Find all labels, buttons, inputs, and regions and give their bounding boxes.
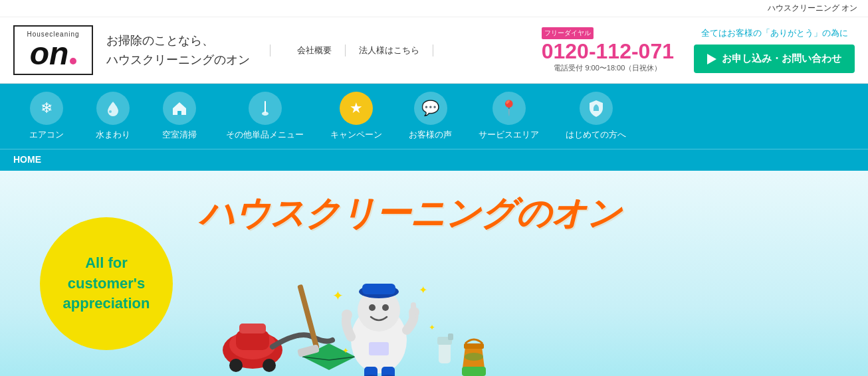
phone-hours: 電話受付 9:00〜18:00（日祝休） (542, 63, 674, 73)
svg-point-15 (369, 304, 376, 311)
nav-item-water-label: 水まわり (96, 129, 130, 141)
svg-rect-21 (411, 302, 416, 316)
logo-dot (70, 58, 76, 64)
tagline-line2: ハウスクリーニングのオン (106, 50, 250, 70)
cta-button[interactable]: お申し込み・お問い合わせ (694, 45, 855, 73)
svg-point-3 (262, 112, 269, 116)
header: Housecleaning on お掃除のことなら、 ハウスクリーニングのオン … (0, 17, 868, 84)
phone-top: フリーダイヤル (542, 27, 674, 39)
svg-rect-9 (239, 324, 266, 333)
nav-link-corporate[interactable]: 法人様はこちら (346, 45, 433, 56)
svg-text:✦: ✦ (419, 284, 427, 296)
tagline-line1: お掃除のことなら、 (106, 31, 250, 50)
nav-item-vacancy-label: 空室清掃 (162, 129, 197, 141)
svg-point-37 (465, 353, 483, 361)
nav-bar: ❄ エアコン 水まわり 空室清掃 その他単品メニュー ★ (0, 84, 868, 149)
svg-point-16 (382, 304, 389, 311)
svg-rect-22 (364, 367, 378, 376)
nav-item-aircon-label: エアコン (29, 129, 64, 141)
svg-rect-31 (297, 284, 320, 350)
header-nav-links: 会社概要 法人様はこちら (270, 45, 433, 56)
svg-point-7 (263, 359, 276, 372)
cta-button-label: お申し込み・お問い合わせ (722, 52, 841, 65)
svg-rect-1 (178, 111, 181, 115)
nav-item-beginners[interactable]: はじめての方へ (552, 84, 639, 149)
map-icon: 📍 (492, 92, 526, 125)
svg-point-19 (342, 310, 352, 320)
nav-item-voices[interactable]: 💬 お客様の声 (395, 84, 465, 149)
svg-rect-23 (381, 367, 395, 376)
cta-area: 全てはお客様の「ありがとう」の為に お申し込み・お問い合わせ (694, 27, 855, 73)
header-tagline: お掃除のことなら、 ハウスクリーニングのオン (106, 31, 250, 70)
svg-text:✦: ✦ (332, 288, 344, 303)
breadcrumb-text[interactable]: HOME (13, 154, 41, 165)
logo-main-text: on (30, 38, 69, 70)
free-dial-badge: フリーダイヤル (542, 27, 594, 39)
nav-item-campaign[interactable]: ★ キャンペーン (317, 84, 395, 149)
hero-circle-text: All forcustomer'sappreciation (63, 253, 150, 314)
nav-link-company[interactable]: 会社概要 (284, 45, 346, 56)
nav-item-other-label: その他単品メニュー (226, 129, 304, 141)
water-icon (96, 92, 130, 125)
nav-item-voices-label: お客様の声 (409, 129, 452, 141)
cta-tagline: 全てはお客様の「ありがとう」の為に (694, 27, 855, 39)
hero-circle: All forcustomer'sappreciation (40, 217, 173, 350)
svg-text:✦: ✦ (429, 323, 435, 332)
phone-number: 0120-112-071 (542, 41, 674, 62)
mascot-svg: ✦ ✦ ✦ ✦ (199, 244, 532, 376)
nav-item-campaign-label: キャンペーン (330, 129, 382, 141)
nav-item-other[interactable]: その他単品メニュー (213, 84, 317, 149)
svg-rect-35 (448, 333, 453, 340)
home-icon (163, 92, 196, 125)
svg-rect-18 (362, 284, 395, 294)
mascot-area: ✦ ✦ ✦ ✦ (199, 244, 532, 376)
nav-item-area[interactable]: 📍 サービスエリア (465, 84, 552, 149)
hero-section: All forcustomer'sappreciation ハウスクリーニングの… (0, 171, 868, 376)
hero-title: ハウスクリーニングのオン (199, 191, 621, 237)
top-bar: ハウスクリーニング オン (0, 0, 868, 17)
svg-rect-26 (369, 342, 389, 355)
hero-content: ハウスクリーニングのオン (199, 191, 828, 376)
nav-item-beginners-label: はじめての方へ (566, 129, 626, 141)
svg-rect-2 (265, 101, 266, 113)
campaign-icon: ★ (340, 92, 373, 125)
logo[interactable]: Housecleaning on (13, 25, 93, 75)
phone-area: フリーダイヤル 0120-112-071 電話受付 9:00〜18:00（日祝休… (542, 27, 674, 73)
nav-item-vacancy[interactable]: 空室清掃 (146, 84, 213, 149)
shield-icon (580, 92, 613, 125)
breadcrumb-bar: HOME (0, 149, 868, 171)
mop-icon (249, 92, 282, 125)
nav-item-water[interactable]: 水まわり (80, 84, 146, 149)
nav-item-area-label: サービスエリア (479, 129, 539, 141)
chat-icon: 💬 (414, 92, 447, 125)
aircon-icon: ❄ (30, 92, 63, 125)
svg-point-0 (109, 110, 112, 113)
svg-point-6 (229, 359, 243, 372)
top-bar-text: ハウスクリーニング オン (768, 3, 857, 13)
svg-text:✦: ✦ (342, 346, 349, 355)
svg-rect-36 (464, 343, 484, 349)
play-icon (707, 54, 716, 64)
nav-item-aircon[interactable]: ❄ エアコン (13, 84, 80, 149)
svg-rect-38 (462, 367, 486, 376)
